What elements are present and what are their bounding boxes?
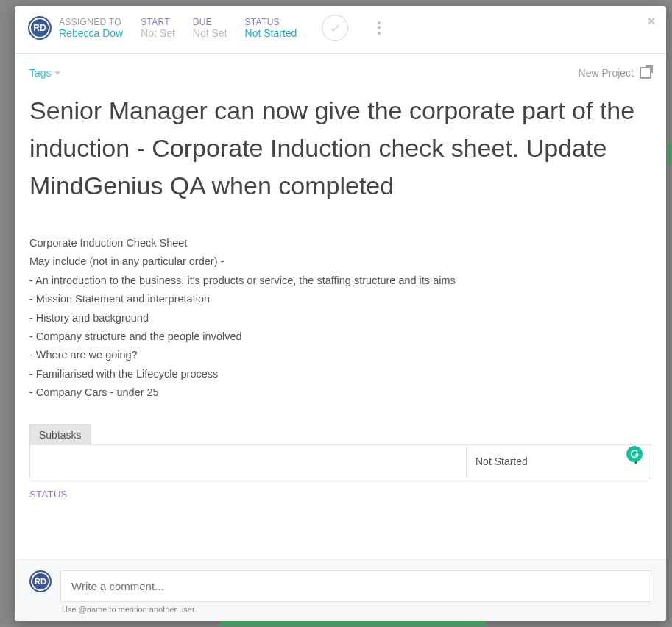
due-label: DUE bbox=[193, 17, 227, 27]
description-line: - Company structure and the people invol… bbox=[29, 327, 651, 346]
task-modal: RD ASSIGNED TO Rebecca Dow START Not Set… bbox=[15, 6, 666, 621]
start-date-block[interactable]: START Not Set bbox=[141, 17, 175, 39]
status-block[interactable]: STATUS Not Started bbox=[245, 17, 297, 39]
assigned-to-label: ASSIGNED TO bbox=[59, 17, 123, 27]
task-title[interactable]: Senior Manager can now give the corporat… bbox=[29, 92, 651, 205]
subtasks-section: Subtasks Not Started ▼ STATUS bbox=[29, 424, 651, 500]
start-label: START bbox=[141, 17, 175, 27]
task-content: Tags New Project Senior Manager can now … bbox=[15, 54, 666, 511]
close-button[interactable]: × bbox=[646, 13, 656, 29]
subtask-row: Not Started ▼ bbox=[29, 444, 651, 478]
open-external-icon bbox=[640, 67, 651, 79]
task-header: RD ASSIGNED TO Rebecca Dow START Not Set… bbox=[15, 6, 666, 54]
tags-dropdown[interactable]: Tags bbox=[29, 67, 60, 79]
subtask-status-select[interactable]: Not Started bbox=[474, 451, 643, 472]
comment-avatar: RD bbox=[29, 570, 52, 592]
assigned-to-value[interactable]: Rebecca Dow bbox=[59, 27, 123, 39]
assignee-avatar[interactable]: RD bbox=[28, 16, 52, 40]
more-options-button[interactable] bbox=[370, 21, 388, 35]
background-accent-bottom bbox=[221, 621, 486, 626]
task-description[interactable]: Corporate Induction Check SheetMay inclu… bbox=[29, 234, 651, 402]
description-line: - History and background bbox=[29, 309, 651, 327]
due-date-block[interactable]: DUE Not Set bbox=[193, 17, 227, 39]
description-line: - Familiarised with the Lifecycle proces… bbox=[29, 365, 651, 383]
description-line: - An introduction to the business, it's … bbox=[29, 272, 651, 290]
background-accent bbox=[668, 143, 672, 165]
comment-hint: Use @name to mention another user. bbox=[62, 605, 651, 614]
comment-input[interactable] bbox=[60, 570, 651, 602]
project-label: New Project bbox=[579, 67, 634, 79]
description-line: - Where are we going? bbox=[29, 346, 651, 364]
description-line: - Mission Statement and interpretation bbox=[29, 290, 651, 308]
subtask-name-input[interactable] bbox=[30, 445, 467, 478]
close-icon: × bbox=[646, 12, 656, 30]
assigned-block[interactable]: RD ASSIGNED TO Rebecca Dow bbox=[28, 16, 123, 40]
description-line: May include (not in any particular order… bbox=[29, 252, 651, 271]
grammarly-icon[interactable] bbox=[626, 446, 643, 462]
task-body-scroll[interactable]: Tags New Project Senior Manager can now … bbox=[15, 54, 666, 559]
chevron-down-icon bbox=[54, 71, 60, 75]
start-value[interactable]: Not Set bbox=[141, 27, 175, 39]
due-value[interactable]: Not Set bbox=[193, 27, 227, 39]
tags-label: Tags bbox=[29, 67, 52, 79]
comment-footer: RD Use @name to mention another user. bbox=[15, 559, 666, 621]
status-section-label: STATUS bbox=[29, 489, 651, 500]
description-line: Corporate Induction Check Sheet bbox=[29, 234, 651, 252]
project-link[interactable]: New Project bbox=[579, 67, 651, 79]
status-label: STATUS bbox=[245, 17, 297, 27]
subtask-status-cell[interactable]: Not Started ▼ bbox=[467, 445, 651, 478]
subtasks-tab[interactable]: Subtasks bbox=[29, 424, 91, 445]
grammarly-glyph-icon bbox=[629, 449, 640, 459]
complete-task-button[interactable] bbox=[322, 15, 348, 41]
status-value[interactable]: Not Started bbox=[245, 27, 297, 39]
checkmark-icon bbox=[328, 21, 342, 35]
description-line: - Company Cars - under 25 bbox=[29, 383, 651, 402]
